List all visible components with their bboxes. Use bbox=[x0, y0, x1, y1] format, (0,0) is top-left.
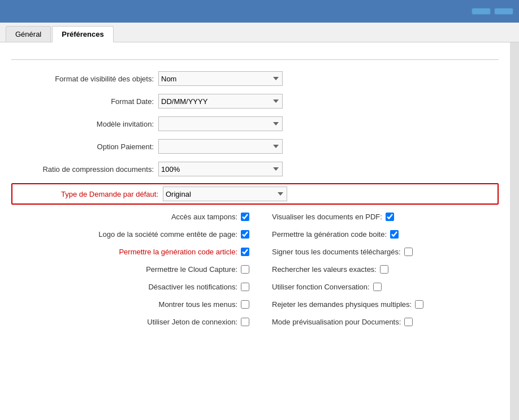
field-select-1[interactable]: DD/MM/YYYY bbox=[158, 94, 283, 109]
checkbox-input-right-4[interactable] bbox=[373, 283, 382, 291]
checkbox-row-left-1: Logo de la société comme entête de page: bbox=[11, 228, 255, 241]
checkbox-input-left-2[interactable] bbox=[241, 248, 249, 256]
checkbox-row-left-3: Permettre le Cloud Capture: bbox=[11, 263, 255, 276]
checkbox-label-left-0: Accès aux tampons: bbox=[171, 213, 237, 221]
checkbox-input-left-4[interactable] bbox=[241, 283, 249, 291]
checkbox-input-right-2[interactable] bbox=[404, 248, 413, 256]
checkbox-input-left-1[interactable] bbox=[241, 230, 249, 239]
checkbox-label-right-1: Permettre la génération code boite: bbox=[272, 230, 387, 239]
checkbox-label-right-4: Utiliser fonction Conversation: bbox=[272, 283, 370, 291]
field-select-4[interactable]: 100% bbox=[158, 162, 283, 176]
title-bar bbox=[0, 0, 519, 23]
checkbox-label-left-4: Désactiver les notifications: bbox=[148, 283, 237, 291]
section-divider bbox=[11, 59, 499, 60]
checkbox-row-left-2: Permettre la génération code article: bbox=[11, 245, 255, 258]
field-row-2: Modèle invitation: bbox=[11, 115, 499, 132]
checkbox-input-left-0[interactable] bbox=[241, 213, 249, 221]
checkbox-input-left-6[interactable] bbox=[241, 318, 249, 326]
field-label-0: Format de visibilité des objets: bbox=[11, 75, 158, 83]
checkbox-input-right-6[interactable] bbox=[404, 318, 413, 326]
checkbox-input-left-3[interactable] bbox=[241, 265, 249, 274]
checkbox-label-left-3: Permettre le Cloud Capture: bbox=[146, 265, 237, 274]
tab-general[interactable]: Général bbox=[6, 26, 51, 42]
checkbox-row-right-5: Rejeter les demandes physiques multiples… bbox=[255, 298, 499, 311]
checkbox-input-left-5[interactable] bbox=[241, 300, 249, 309]
checkbox-input-right-5[interactable] bbox=[415, 300, 423, 309]
scrollbar[interactable] bbox=[510, 42, 519, 420]
checkbox-label-right-5: Rejeter les demandes physiques multiples… bbox=[272, 300, 412, 309]
checkbox-label-right-0: Visualiser les documents en PDF: bbox=[272, 213, 382, 221]
checkbox-label-left-5: Montrer tous les menus: bbox=[159, 300, 237, 309]
checkbox-row-right-0: Visualiser les documents en PDF: bbox=[255, 210, 499, 223]
checkbox-row-right-2: Signer tous les documents téléchargés: bbox=[255, 245, 499, 258]
field-select-5[interactable]: Original bbox=[163, 187, 287, 201]
field-label-3: Option Paiement: bbox=[11, 142, 158, 151]
field-select-0[interactable]: Nom bbox=[158, 71, 283, 86]
field-label-5: Type de Demande par défaut: bbox=[16, 190, 163, 198]
field-select-2[interactable] bbox=[158, 116, 283, 131]
checkbox-row-right-6: Mode prévisualisation pour Documents: bbox=[255, 315, 499, 328]
field-label-1: Format Date: bbox=[11, 97, 158, 106]
field-label-2: Modèle invitation: bbox=[11, 120, 158, 128]
tab-preferences[interactable]: Préférences bbox=[52, 26, 113, 42]
checkbox-input-right-0[interactable] bbox=[386, 213, 394, 221]
highlighted-field-row-5: Type de Demande par défaut:Original bbox=[11, 183, 499, 205]
checkbox-row-left-4: Désactiver les notifications: bbox=[11, 280, 255, 293]
field-row-1: Format Date:DD/MM/YYYY bbox=[11, 93, 499, 110]
checkbox-row-left-6: Utiliser Jeton de connexion: bbox=[11, 315, 255, 328]
checkbox-label-left-6: Utiliser Jeton de connexion: bbox=[147, 318, 237, 326]
checkbox-label-left-1: Logo de la société comme entête de page: bbox=[98, 230, 237, 239]
checkbox-row-left-5: Montrer tous les menus: bbox=[11, 298, 255, 311]
checkbox-row-left-0: Accès aux tampons: bbox=[11, 210, 255, 223]
checkbox-label-right-3: Rechercher les valeurs exactes: bbox=[272, 265, 377, 274]
checkbox-row-right-3: Rechercher les valeurs exactes: bbox=[255, 263, 499, 276]
content-area: Format de visibilité des objets:NomForma… bbox=[0, 42, 510, 420]
checkbox-input-right-1[interactable] bbox=[390, 230, 399, 239]
checkbox-label-left-2: Permettre la génération code article: bbox=[119, 248, 237, 256]
checkbox-label-right-2: Signer tous les documents téléchargés: bbox=[272, 248, 401, 256]
field-select-3[interactable] bbox=[158, 139, 283, 154]
fermer-button[interactable] bbox=[494, 8, 513, 15]
checkbox-input-right-3[interactable] bbox=[380, 265, 388, 274]
field-row-0: Format de visibilité des objets:Nom bbox=[11, 70, 499, 87]
checkbox-row-right-4: Utiliser fonction Conversation: bbox=[255, 280, 499, 293]
field-label-4: Ratio de compression documents: bbox=[11, 165, 158, 174]
field-row-4: Ratio de compression documents:100% bbox=[11, 161, 499, 177]
checkbox-row-right-1: Permettre la génération code boite: bbox=[255, 228, 499, 241]
checkbox-label-right-6: Mode prévisualisation pour Documents: bbox=[272, 318, 401, 326]
checkbox-grid: Accès aux tampons:Visualiser les documen… bbox=[11, 210, 499, 328]
tab-bar: Général Préférences bbox=[0, 23, 519, 42]
title-bar-buttons bbox=[472, 8, 513, 15]
field-row-3: Option Paiement: bbox=[11, 138, 499, 155]
enregistrer-button[interactable] bbox=[472, 8, 491, 15]
